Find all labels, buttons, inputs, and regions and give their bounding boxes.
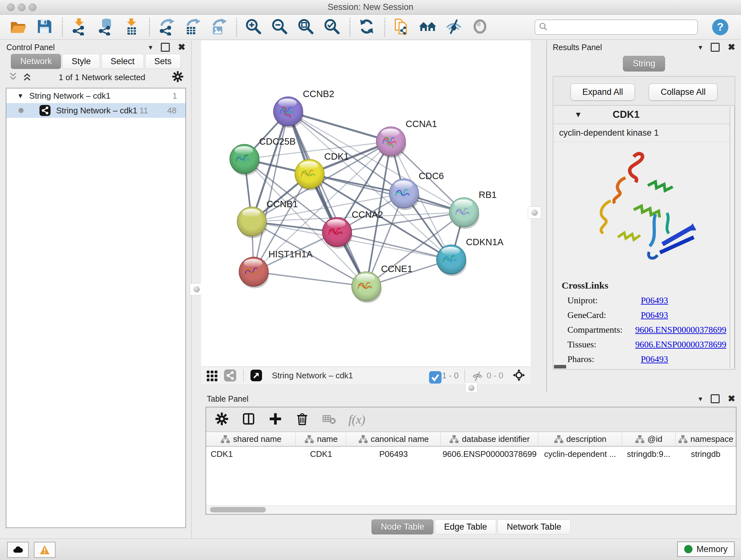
table-row[interactable]: CDK1CDK1P064939606.ENSP00000378699cyclin… bbox=[206, 447, 736, 461]
cell-canonical-name[interactable]: P06493 bbox=[346, 447, 441, 461]
crosslink-link[interactable]: P06493 bbox=[641, 310, 668, 320]
edge-CCNB2-CCNA1[interactable] bbox=[288, 111, 391, 141]
crosslink-link[interactable]: P06493 bbox=[641, 295, 668, 306]
home-databases-button[interactable] bbox=[418, 17, 437, 37]
export-image-button[interactable] bbox=[209, 17, 228, 37]
table-header-row: shared namenamecanonical namedatabase id… bbox=[206, 432, 736, 447]
crosslink-link[interactable]: 9606.ENSP00000378699 bbox=[635, 339, 726, 350]
tab-node-table[interactable]: Node Table bbox=[372, 519, 433, 535]
network-view-share-icon[interactable] bbox=[223, 369, 237, 382]
node-CCNA1[interactable]: CCNA1 bbox=[376, 119, 437, 158]
tab-edge-table[interactable]: Edge Table bbox=[434, 519, 496, 535]
show-all-button[interactable] bbox=[470, 17, 490, 37]
right-splitter[interactable] bbox=[531, 41, 546, 384]
cloud-status-button[interactable] bbox=[7, 542, 29, 558]
results-panel-close-icon[interactable]: ✖ bbox=[728, 43, 735, 52]
birdseye-view-icon[interactable] bbox=[250, 369, 263, 382]
control-panel-float-icon[interactable] bbox=[161, 43, 170, 52]
selected-checkbox-icon[interactable] bbox=[428, 371, 438, 380]
edge-CCNB2-CCNE1[interactable] bbox=[288, 111, 366, 287]
tab-select[interactable]: Select bbox=[101, 54, 144, 69]
column-header-namespace[interactable]: namespace bbox=[676, 432, 736, 447]
show-columns-icon[interactable] bbox=[241, 412, 256, 428]
search-input[interactable] bbox=[550, 22, 694, 32]
hide-selected-button[interactable] bbox=[444, 17, 464, 37]
table-panel-float-icon[interactable] bbox=[711, 394, 720, 403]
control-panel-float-menu-icon[interactable]: ▾ bbox=[149, 44, 152, 51]
control-panel-close-icon[interactable]: ✖ bbox=[178, 43, 185, 52]
save-session-button[interactable] bbox=[35, 17, 54, 37]
column-header-description[interactable]: description bbox=[538, 432, 622, 447]
edge-CCNB2-HIST1H1A[interactable] bbox=[254, 111, 288, 272]
results-vertical-scrollbar[interactable] bbox=[730, 106, 735, 368]
tab-string[interactable]: String bbox=[623, 56, 665, 71]
zoom-selected-button[interactable] bbox=[322, 17, 342, 37]
delete-row-trash-icon[interactable] bbox=[295, 412, 310, 428]
column-type-network-icon bbox=[358, 434, 367, 444]
grid-view-icon[interactable] bbox=[205, 369, 219, 382]
network-row[interactable]: String Network – cdk1 11 48 bbox=[6, 103, 185, 118]
gene-collapse-triangle-icon[interactable]: ▼ bbox=[575, 110, 582, 119]
results-horizontal-scroll-thumb[interactable] bbox=[554, 365, 566, 368]
column-type-network-icon bbox=[220, 434, 230, 444]
status-bar: Memory bbox=[0, 539, 741, 560]
network-options-gear-icon[interactable] bbox=[172, 70, 184, 84]
help-button[interactable]: ? bbox=[711, 18, 729, 36]
table-scroll-thumb[interactable] bbox=[210, 507, 266, 512]
expand-all-networks-icon[interactable] bbox=[22, 71, 32, 83]
collection-expand-triangle-icon[interactable]: ▼ bbox=[17, 92, 23, 100]
import-table-from-file-button[interactable] bbox=[122, 17, 141, 37]
column-header-database-identifier[interactable]: database identifier bbox=[441, 432, 538, 447]
apply-preferred-layout-button[interactable] bbox=[357, 17, 377, 37]
network-canvas[interactable]: CCNB2CCNA1CDC25BCDK1CDC6RB1CCNB1CCNA2CDK… bbox=[201, 41, 531, 367]
add-column-icon[interactable] bbox=[268, 412, 283, 428]
node-CCNE1[interactable]: CCNE1 bbox=[352, 264, 412, 303]
cell-shared-name[interactable]: CDK1 bbox=[206, 447, 296, 461]
crosslink-label: Pharos: bbox=[567, 354, 641, 364]
network-collection-row[interactable]: ▼ String Network – cdk1 1 bbox=[6, 88, 185, 103]
warning-status-button[interactable] bbox=[34, 542, 56, 558]
column-header-shared-name[interactable]: shared name bbox=[206, 432, 296, 447]
open-session-button[interactable] bbox=[8, 17, 28, 37]
zoom-out-button[interactable] bbox=[270, 17, 289, 37]
table-panel-menu-icon[interactable]: ▾ bbox=[698, 395, 702, 402]
clone-network-button[interactable] bbox=[392, 17, 411, 37]
cell-namespace[interactable]: stringdb bbox=[675, 447, 736, 461]
cell--id[interactable]: stringdb:9... bbox=[622, 447, 676, 461]
table-settings-gear-icon[interactable] bbox=[214, 412, 229, 428]
cell-database-identifier[interactable]: 9606.ENSP00000378699 bbox=[441, 447, 538, 461]
column-header--id[interactable]: @id bbox=[622, 432, 676, 447]
column-header-name[interactable]: name bbox=[296, 432, 346, 447]
tab-style[interactable]: Style bbox=[62, 54, 100, 69]
results-panel-float-icon[interactable] bbox=[711, 43, 720, 52]
table-panel-close-icon[interactable]: ✖ bbox=[728, 394, 735, 403]
edge-HIST1H1A-CCNE1[interactable] bbox=[254, 272, 366, 287]
cell-description[interactable]: cyclin-dependent ... bbox=[538, 447, 622, 461]
cell-name[interactable]: CDK1 bbox=[296, 447, 346, 461]
node-RB1[interactable]: RB1 bbox=[449, 190, 496, 229]
tab-sets[interactable]: Sets bbox=[145, 54, 181, 69]
zoom-fit-content-button[interactable] bbox=[296, 17, 316, 37]
tab-network[interactable]: Network bbox=[11, 54, 61, 69]
import-network-from-database-button[interactable] bbox=[95, 17, 115, 37]
collapse-all-networks-icon[interactable] bbox=[8, 71, 18, 83]
import-network-from-file-button[interactable] bbox=[69, 17, 89, 37]
node-CDC25B[interactable]: CDC25B bbox=[230, 136, 295, 176]
left-splitter[interactable] bbox=[192, 41, 201, 539]
memory-button[interactable]: Memory bbox=[677, 542, 735, 557]
crosslink-link[interactable]: 9606.ENSP00000378699 bbox=[635, 325, 726, 335]
export-network-button[interactable] bbox=[156, 17, 176, 37]
crosshair-icon[interactable] bbox=[512, 368, 526, 382]
export-table-button[interactable] bbox=[183, 17, 202, 37]
node-CDKN1A[interactable]: CDKN1A bbox=[436, 237, 503, 276]
expand-all-button[interactable]: Expand All bbox=[570, 84, 635, 101]
tab-network-table[interactable]: Network Table bbox=[497, 519, 570, 535]
table-horizontal-scrollbar[interactable] bbox=[206, 505, 736, 514]
node-HIST1H1A[interactable]: HIST1H1A bbox=[239, 249, 313, 288]
zoom-in-button[interactable] bbox=[244, 17, 263, 37]
crosslink-link[interactable]: P06493 bbox=[641, 354, 668, 364]
results-panel-menu-icon[interactable]: ▾ bbox=[698, 44, 702, 51]
collapse-all-button[interactable]: Collapse All bbox=[649, 84, 718, 101]
column-header-canonical-name[interactable]: canonical name bbox=[346, 432, 441, 447]
right-splitter-grip[interactable] bbox=[528, 206, 541, 219]
